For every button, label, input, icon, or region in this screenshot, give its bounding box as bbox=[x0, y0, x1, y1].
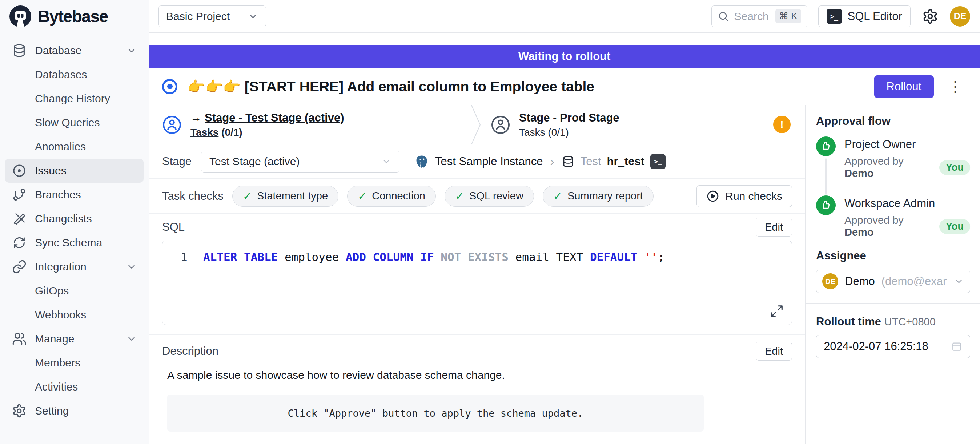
sidebar-item-label: Activities bbox=[35, 381, 78, 393]
database-name[interactable]: hr_test bbox=[607, 155, 644, 168]
chevron-down-icon bbox=[382, 157, 391, 166]
assignee-select[interactable]: DE Demo (demo@example bbox=[816, 270, 970, 293]
assignee-email: (demo@example bbox=[881, 275, 947, 288]
chevron-down-icon bbox=[954, 276, 964, 286]
tasks-link[interactable]: Tasks bbox=[191, 127, 218, 138]
sidebar-item-slow-queries[interactable]: Slow Queries bbox=[5, 111, 143, 135]
sidebar-item-gitops[interactable]: GitOps bbox=[5, 279, 143, 303]
sidebar-item-label: Integration bbox=[35, 260, 86, 273]
sql-token: NOT EXISTS bbox=[441, 251, 515, 264]
nav-indent bbox=[12, 115, 27, 130]
approval-step-text: Workspace AdminApproved by DemoYou bbox=[845, 195, 970, 238]
gear-icon bbox=[12, 403, 27, 418]
run-checks-label: Run checks bbox=[725, 190, 782, 202]
nav-indent bbox=[12, 91, 27, 106]
sql-edit-button[interactable]: Edit bbox=[756, 218, 792, 236]
check-pill-summary-report[interactable]: ✓Summary report bbox=[543, 185, 654, 207]
stage-select[interactable]: Test Stage (active) bbox=[201, 151, 399, 172]
sidebar-item-change-history[interactable]: Change History bbox=[5, 86, 143, 111]
postgresql-icon bbox=[414, 154, 429, 169]
kebab-menu-icon[interactable]: ⋮ bbox=[944, 79, 967, 94]
check-pill-connection[interactable]: ✓Connection bbox=[347, 185, 436, 207]
right-panel: Approval flow Project OwnerApproved by D… bbox=[806, 105, 980, 444]
terminal-icon: >_ bbox=[827, 9, 842, 24]
rollout-button[interactable]: Rollout bbox=[874, 75, 934, 98]
branch-icon bbox=[12, 187, 27, 202]
sidebar-item-label: Anomalies bbox=[35, 141, 86, 153]
sidebar-item-label: Slow Queries bbox=[35, 117, 100, 129]
sidebar-item-branches[interactable]: Branches bbox=[5, 183, 143, 207]
environment-name: Test bbox=[581, 155, 601, 168]
sidebar-item-changelists[interactable]: Changelists bbox=[5, 207, 143, 231]
project-select-value: Basic Project bbox=[166, 10, 230, 22]
check-pill-statement-type[interactable]: ✓Statement type bbox=[232, 185, 339, 207]
link-icon bbox=[12, 259, 27, 275]
instance-name[interactable]: Test Sample Instance bbox=[435, 155, 543, 168]
open-sql-editor-icon[interactable]: >_ bbox=[650, 154, 666, 169]
sql-editor-button[interactable]: >_ SQL Editor bbox=[818, 5, 911, 27]
task-checks-row: Task checks ✓Statement type✓Connection✓S… bbox=[149, 179, 805, 214]
user-avatar[interactable]: DE bbox=[950, 6, 970, 27]
topbar: Basic Project Search ⌘ K >_ SQL Editor D… bbox=[149, 0, 980, 33]
sql-heading: SQL bbox=[162, 220, 185, 234]
sidebar-item-issues[interactable]: Issues bbox=[5, 159, 143, 183]
sidebar-item-anomalies[interactable]: Anomalies bbox=[5, 135, 143, 159]
rollout-time-input[interactable]: 2024-02-07 16:25:18 bbox=[816, 335, 970, 358]
sidebar-item-webhooks[interactable]: Webhooks bbox=[5, 303, 143, 327]
project-select[interactable]: Basic Project bbox=[159, 5, 266, 27]
expand-icon[interactable] bbox=[770, 304, 784, 318]
nav-indent bbox=[12, 307, 27, 323]
nav-indent bbox=[12, 379, 27, 394]
app-root: Bytebase DatabaseDatabasesChange History… bbox=[0, 0, 980, 444]
issue-title-row: 👉👉👉 [START HERE] Add email column to Emp… bbox=[149, 68, 980, 105]
database-icon bbox=[12, 43, 27, 58]
sidebar-item-integration[interactable]: Integration bbox=[5, 255, 143, 279]
sidebar-item-sync-schema[interactable]: Sync Schema bbox=[5, 231, 143, 255]
current-stage-arrow: → bbox=[191, 111, 202, 124]
sidebar-item-label: Sync Schema bbox=[35, 236, 102, 249]
description-section: Description Edit A sample issue to showc… bbox=[149, 335, 805, 432]
check-passed-icon: ✓ bbox=[358, 190, 367, 202]
search-input[interactable]: Search ⌘ K bbox=[711, 5, 807, 27]
tasks-label: Tasks bbox=[519, 127, 545, 138]
sidebar-item-databases[interactable]: Databases bbox=[5, 62, 143, 86]
check-label: Summary report bbox=[568, 190, 643, 202]
sql-code-block[interactable]: 1 ALTER TABLE employee ADD COLUMN IF NOT… bbox=[162, 241, 792, 325]
approved-thumbs-up-icon bbox=[816, 136, 836, 156]
sidebar-item-activities[interactable]: Activities bbox=[5, 375, 143, 399]
sql-section: SQL Edit 1 ALTER TABLE employee ADD COLU… bbox=[149, 214, 805, 335]
stage-test-stage[interactable]: →Stage - Test Stage (active) Tasks (0/1) bbox=[149, 105, 470, 144]
description-text: A sample issue to showcase how to review… bbox=[149, 364, 805, 382]
assignee-avatar: DE bbox=[822, 273, 838, 289]
sql-token: employee bbox=[285, 251, 346, 264]
stage-link[interactable]: Stage - Test Stage (active) bbox=[205, 111, 344, 124]
sidebar-item-label: GitOps bbox=[35, 284, 69, 297]
database-breadcrumb: Test Sample Instance › Test hr_test >_ bbox=[414, 154, 666, 169]
sidebar-item-database[interactable]: Database bbox=[5, 38, 143, 62]
sidebar-item-label: Changelists bbox=[35, 212, 92, 225]
sidebar-item-setting[interactable]: Setting bbox=[5, 399, 143, 423]
stage-name: Stage - Prod Stage bbox=[519, 111, 619, 124]
issue-open-icon bbox=[162, 79, 177, 94]
check-pill-sql-review[interactable]: ✓SQL review bbox=[445, 185, 534, 207]
stage-select-value: Test Stage (active) bbox=[209, 155, 299, 168]
search-icon bbox=[718, 11, 729, 22]
sidebar-item-label: Members bbox=[35, 357, 80, 369]
stage-separator bbox=[470, 105, 481, 144]
sidebar-item-label: Setting bbox=[35, 405, 69, 417]
approved-thumbs-up-icon bbox=[816, 195, 836, 215]
description-edit-button[interactable]: Edit bbox=[756, 342, 792, 361]
stage-prod-stage[interactable]: Stage - Prod Stage Tasks (0/1) ! bbox=[481, 105, 805, 144]
run-checks-button[interactable]: Run checks bbox=[697, 185, 792, 207]
bytebase-logo[interactable]: Bytebase bbox=[0, 0, 149, 33]
sidebar-item-members[interactable]: Members bbox=[5, 351, 143, 375]
settings-gear-icon[interactable] bbox=[921, 8, 939, 25]
sidebar-item-manage[interactable]: Manage bbox=[5, 327, 143, 351]
sidebar-item-label: Issues bbox=[35, 165, 67, 177]
stage-select-row: Stage Test Stage (active) Test Sample In… bbox=[149, 144, 805, 179]
search-shortcut-badge: ⌘ K bbox=[775, 9, 801, 23]
stage-person-icon bbox=[491, 115, 511, 135]
description-heading: Description bbox=[162, 345, 218, 358]
description-code-block: Click "Approve" button to apply the sche… bbox=[167, 394, 704, 432]
task-checks-label: Task checks bbox=[162, 190, 224, 203]
